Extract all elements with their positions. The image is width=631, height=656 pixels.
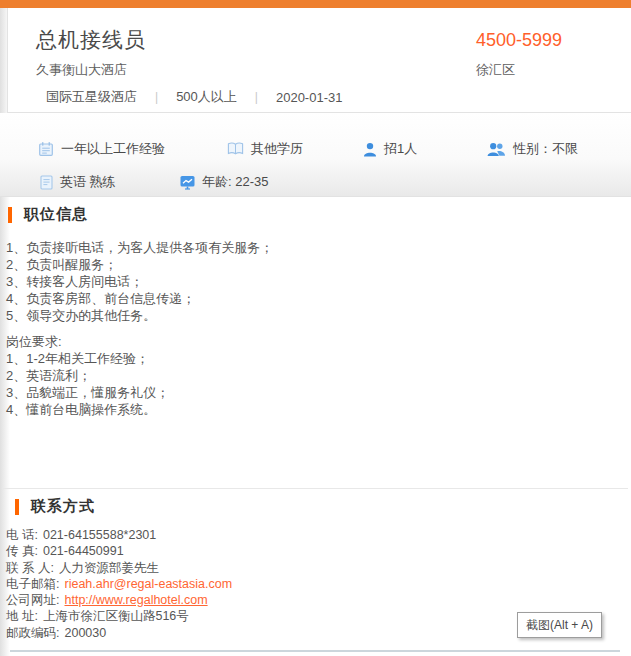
contact-person-value: 人力资源部姜先生 — [59, 561, 159, 575]
contact-line-person: 联 系 人:人力资源部姜先生 — [6, 560, 628, 576]
meta-separator: | — [155, 90, 158, 104]
contact-line-fax: 传 真:021-64450991 — [6, 543, 628, 559]
company-meta-row: 国际五星级酒店 | 500人以上 | 2020-01-31 — [46, 88, 342, 106]
job-header-card: 总机接线员 4500-5999 久事衡山大酒店 徐汇区 国际五星级酒店 | 50… — [7, 8, 631, 113]
duty-line: 5、领导交办的其他任务。 — [6, 307, 631, 324]
page-title: 总机接线员 — [36, 26, 146, 54]
job-info-heading-text: 职位信息 — [24, 205, 88, 224]
job-info-section: 职位信息 1、负责接听电话，为客人提供各项有关服务； 2、负责叫醒服务； 3、转… — [0, 197, 631, 418]
gender-requirement: 性别：不限 — [487, 140, 578, 158]
top-accent-bar — [0, 0, 631, 8]
duty-line: 1、负责接听电话，为客人提供各项有关服务； — [6, 239, 631, 256]
age-label: 年龄: 22-35 — [202, 173, 268, 191]
contact-line-email: 电子邮箱:rieah.ahr@regal-eastasia.com — [6, 576, 628, 592]
screenshot-tooltip-text: 截图(Alt + A) — [526, 617, 593, 634]
person-icon — [363, 142, 377, 157]
orange-bar-icon — [15, 499, 19, 515]
fax-value: 021-64450991 — [43, 544, 124, 558]
company-type: 国际五星级酒店 — [46, 88, 137, 106]
screenshot-tooltip: 截图(Alt + A) — [517, 612, 602, 638]
document-icon — [40, 175, 53, 190]
postcode-value: 200030 — [64, 626, 106, 640]
contact-heading-text: 联系方式 — [31, 497, 95, 516]
gender-label: 性别：不限 — [513, 140, 578, 158]
education-label: 其他学历 — [251, 140, 303, 158]
experience-requirement: 一年以上工作经验 — [38, 140, 165, 158]
age-requirement: 年龄: 22-35 — [180, 173, 268, 191]
headcount-requirement: 招1人 — [363, 140, 417, 158]
bottom-divider — [10, 650, 620, 652]
contact-heading: 联系方式 — [7, 498, 628, 515]
requirements-strip: 一年以上工作经验 其他学历 招1人 性别：不限 — [0, 113, 631, 197]
contact-line-website: 公司网址:http://www.regalhotel.com — [6, 592, 628, 608]
salary-range: 4500-5999 — [476, 30, 562, 51]
education-requirement: 其他学历 — [227, 140, 303, 158]
calendar-icon — [38, 141, 54, 157]
phone-value: 021-64155588*2301 — [43, 528, 156, 542]
language-label: 英语 熟练 — [60, 173, 116, 191]
experience-label: 一年以上工作经验 — [61, 140, 165, 158]
duty-line: 4、负责客房部、前台信息传递； — [6, 290, 631, 307]
requirement-line: 4、懂前台电脑操作系统。 — [6, 401, 631, 418]
post-date: 2020-01-31 — [276, 90, 343, 105]
company-size: 500人以上 — [176, 88, 237, 106]
address-value: 上海市徐汇区衡山路516号 — [43, 609, 189, 623]
book-icon — [227, 142, 244, 156]
job-description: 1、负责接听电话，为客人提供各项有关服务； 2、负责叫醒服务； 3、转接客人房间… — [0, 239, 631, 418]
duty-line: 2、负责叫醒服务； — [6, 256, 631, 273]
requirement-line: 1、1-2年相关工作经验； — [6, 350, 631, 367]
website-link[interactable]: http://www.regalhotel.com — [64, 593, 207, 607]
requirement-line: 2、英语流利； — [6, 367, 631, 384]
paragraph-spacer — [6, 324, 631, 333]
orange-bar-icon — [8, 207, 12, 223]
job-info-heading: 职位信息 — [0, 206, 631, 223]
chart-board-icon — [180, 175, 195, 190]
language-requirement: 英语 熟练 — [40, 173, 116, 191]
people-icon — [487, 142, 506, 157]
headcount-label: 招1人 — [384, 140, 417, 158]
meta-separator: | — [255, 90, 258, 104]
district-label: 徐汇区 — [476, 61, 515, 79]
contact-line-phone: 电 话:021-64155588*2301 — [6, 527, 628, 543]
company-name: 久事衡山大酒店 — [36, 61, 127, 79]
requirement-line: 3、品貌端正，懂服务礼仪； — [6, 384, 631, 401]
duty-line: 3、转接客人房间电话； — [6, 273, 631, 290]
email-link[interactable]: rieah.ahr@regal-eastasia.com — [64, 577, 232, 591]
requirements-title: 岗位要求: — [6, 333, 631, 350]
